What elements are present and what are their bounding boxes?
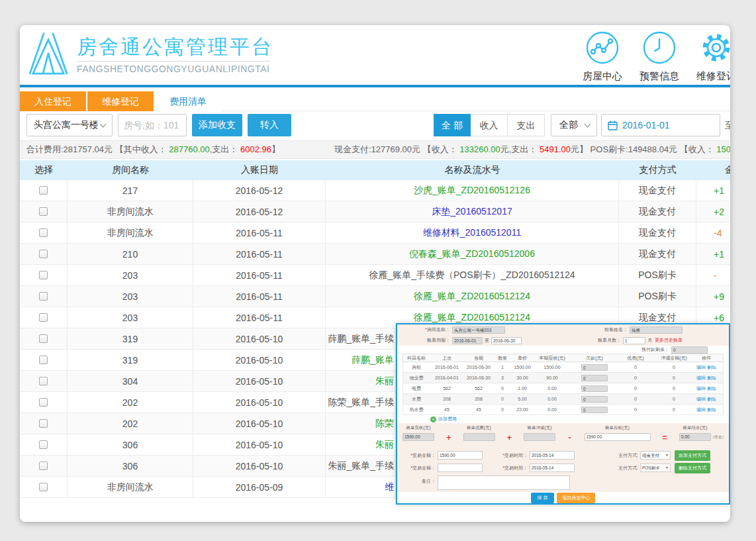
row-checkbox[interactable] [39, 398, 48, 407]
popup-fee-cell: 0 [493, 383, 512, 393]
record-link[interactable]: 床垫_20160512017 [432, 206, 512, 218]
popup-fee-cell-actions: 编辑删除 [694, 362, 718, 372]
record-link[interactable]: 陈荣 [375, 418, 394, 430]
arrears-input[interactable]: 0 [581, 375, 608, 381]
formula-operator: + [434, 432, 463, 442]
row-checkbox[interactable] [39, 419, 48, 428]
popup-fee-row: 电费56256201.000.00000编辑删除 [402, 383, 724, 394]
period-to-field[interactable]: 2016-06-30 [491, 337, 522, 344]
trade-time-input[interactable]: 2016-05-14 [530, 451, 575, 460]
edit-link[interactable]: 编辑 [696, 407, 706, 413]
record-link[interactable]: 沙虎_账单_ZD20160512126 [414, 185, 530, 197]
popup-fee-cell: 2016-04-01 [430, 373, 464, 383]
trade-amount-input[interactable] [438, 464, 483, 472]
row-checkbox[interactable] [39, 292, 48, 301]
nav-repair-register[interactable]: 维修登记 [688, 30, 730, 83]
record-link[interactable]: 薛鹏_账单 [352, 354, 394, 366]
delete-pay-method-button[interactable]: 删除支付方式 [675, 463, 710, 473]
row-checkbox[interactable] [39, 377, 48, 385]
pay-method-select[interactable]: POS刷卡▼ [640, 464, 671, 472]
row-checkbox[interactable] [39, 186, 48, 195]
formula-input[interactable] [524, 433, 555, 441]
trade-amount-input[interactable]: 1590.00 [438, 451, 483, 460]
formula-input[interactable]: 1590.00 [402, 433, 434, 441]
popup-fee-cell: 1 [493, 362, 512, 372]
category-select[interactable]: 全部 [551, 114, 597, 136]
type-filter-expense[interactable]: 支出 [508, 114, 545, 136]
record-link[interactable]: 徐雁_账单_手续费（POS刷卡）_ZD20160512124 [369, 270, 575, 281]
add-fee-link[interactable]: 添加费用 [438, 416, 457, 422]
edit-link[interactable]: 编辑 [696, 364, 706, 371]
arrears-input[interactable]: 0 [581, 364, 608, 371]
arrears-input[interactable]: 0 [581, 407, 608, 413]
record-link[interactable]: 徐雁_账单_ZD20160512124 [414, 291, 530, 303]
record-link[interactable]: 倪春森_账单_ZD20160512006 [409, 248, 535, 260]
pay-method-label: 支付方式: [612, 452, 638, 459]
row-checkbox[interactable] [39, 313, 48, 322]
delete-link[interactable]: 删除 [707, 385, 716, 392]
building-select[interactable]: 头宫公寓一号楼 [26, 114, 113, 136]
date-from-picker[interactable]: 2016-01-01 [601, 114, 720, 136]
delete-link[interactable]: 删除 [707, 407, 716, 413]
app-window: 房舍通公寓管理平台 FANGSHETONGGONGYUGUANLIPINGTAI [20, 25, 730, 522]
formula-input[interactable]: 1590.00 [585, 433, 651, 441]
arrears-input[interactable]: 0 [581, 385, 608, 392]
record-link[interactable]: 朱丽_账单_手续 [328, 460, 394, 472]
pay-method-select[interactable]: 现金支付▼ [640, 451, 671, 460]
nav-warning-info[interactable]: 预警信息 [631, 30, 688, 83]
trade-time-input[interactable]: 2016-05-14 [530, 464, 575, 472]
popup-col-header: 单价 [512, 354, 533, 362]
room-name-field[interactable]: 头宫公寓一号楼203 [452, 326, 505, 334]
nav-label-warning-info: 预警信息 [631, 70, 688, 83]
edit-link[interactable]: 编辑 [696, 375, 706, 381]
arrears-input[interactable]: 0 [581, 396, 608, 403]
row-checkbox[interactable] [39, 356, 48, 364]
formula-operator: + [495, 432, 524, 442]
remark-textarea[interactable] [438, 475, 570, 490]
record-link[interactable]: 陈荣_账单_手续 [328, 397, 394, 409]
record-link[interactable]: 薛鹏_账单_手续 [328, 333, 394, 345]
record-link[interactable]: 徐雁_账单_ZD20160512124 [414, 312, 530, 324]
bill-months-field[interactable]: 1 [623, 337, 645, 344]
tab-fee-list[interactable]: 费用清单 [155, 91, 221, 111]
record-link[interactable]: 朱丽 [375, 375, 394, 387]
back-to-house-center-button[interactable]: 返回房屋中心 [557, 493, 595, 503]
tab-checkin[interactable]: 入住登记 [20, 91, 86, 111]
history-bills-link[interactable]: 更多历史账单 [655, 337, 683, 344]
type-filter-income[interactable]: 收入 [471, 114, 508, 136]
row-checkbox[interactable] [39, 440, 48, 449]
calendar-icon [608, 121, 618, 130]
record-link[interactable]: 维 [385, 481, 394, 493]
row-checkbox[interactable] [39, 207, 48, 216]
row-pay-method: 现金支付 [619, 201, 696, 222]
row-checkbox[interactable] [39, 334, 48, 343]
row-checkbox[interactable] [39, 271, 48, 279]
row-checkbox[interactable] [39, 483, 48, 491]
edit-link[interactable]: 编辑 [696, 396, 706, 403]
delete-link[interactable]: 删除 [707, 375, 716, 381]
record-link[interactable]: 维修材料_20160512011 [423, 227, 521, 239]
tab-repair[interactable]: 维修登记 [87, 91, 154, 111]
add-pay-method-button[interactable]: 添加支付方式 [675, 450, 710, 461]
delete-link[interactable]: 删除 [707, 364, 716, 371]
add-income-expense-button[interactable]: 添加收支 [192, 114, 242, 136]
formula-input[interactable]: 0.00 [679, 433, 711, 441]
pay-method-label: 支付方式: [612, 465, 638, 471]
record-link[interactable]: 朱丽 [375, 439, 394, 451]
row-checkbox[interactable] [39, 462, 48, 470]
prepay-row: 预付款剩余： 0 [397, 346, 729, 354]
room-number-input[interactable] [118, 114, 187, 136]
transfer-in-button[interactable]: 转入 [248, 114, 291, 136]
period-from-field[interactable]: 2016-06-01 [452, 337, 483, 344]
save-button[interactable]: 保 存 [531, 493, 555, 503]
edit-link[interactable]: 编辑 [696, 385, 706, 392]
row-checkbox[interactable] [39, 228, 48, 237]
tenant-name-field[interactable]: 徐雁 [630, 326, 683, 334]
row-checkbox[interactable] [39, 250, 48, 258]
delete-link[interactable]: 删除 [707, 396, 716, 403]
formula-input[interactable] [463, 433, 495, 441]
popup-col-header: 本期应收(元) [533, 354, 571, 362]
type-filter-all[interactable]: 全 部 [434, 114, 471, 136]
row-room-name: 203 [68, 265, 193, 285]
nav-house-center[interactable]: 房屋中心 [574, 30, 631, 83]
